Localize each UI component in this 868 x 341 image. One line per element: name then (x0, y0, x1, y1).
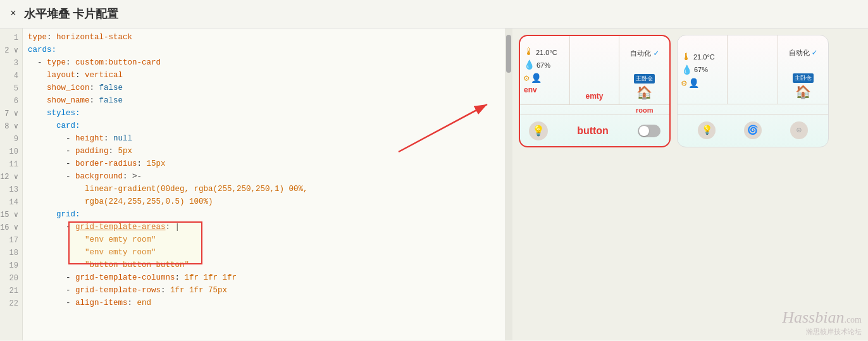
right-fan-icon: 🌀 (744, 121, 762, 139)
preview-row: 🌡 21.0°C 💧 67% ⚙ 👤 env (519, 35, 862, 147)
line-16: - grid-template-areas: | (28, 221, 512, 233)
line-9: - height: null (28, 132, 512, 145)
room-cell: 主卧仓 🏠 (619, 70, 669, 104)
code-editor[interactable]: 1 2 ∨ 3 4 5 6 7 ∨ 8 ∨ 9 10 11 12 ∨ 13 14… (0, 28, 512, 340)
preview-card-left: 🌡 21.0°C 💧 67% ⚙ 👤 env (519, 35, 671, 147)
right-toggle-icon: ⊙ (790, 121, 808, 139)
line-13: linear-gradient(00deg, rgba(255,250,250,… (28, 183, 512, 195)
right-env-humidity: 67% (694, 66, 708, 73)
right-room-top-label: 主卧仓 (793, 73, 814, 83)
line-22: - align-items: end (28, 297, 512, 309)
line-3: - type: custom:button-card (28, 56, 512, 69)
main-content: 1 2 ∨ 3 4 5 6 7 ∨ 8 ∨ 9 10 11 12 ∨ 13 14… (0, 28, 868, 340)
emty-cell: emty (570, 36, 620, 104)
scrollbar[interactable] (505, 28, 512, 340)
watermark-main: Hassbian (782, 308, 844, 327)
watermark: Hassbian .com 瀚思彼岸技术论坛 (782, 308, 862, 337)
header: × 水平堆叠 卡片配置 (0, 0, 868, 28)
line-8: card: (28, 120, 512, 132)
line-6: show_name: false (28, 94, 512, 107)
light-icon-left: 💡 (529, 121, 548, 140)
code-content: type: horizontal-stack cards: - type: cu… (23, 28, 512, 340)
env-humidity: 67% (536, 61, 550, 69)
line-10: - padding: 5px (28, 145, 512, 158)
auto-label: 自动化 (630, 49, 651, 58)
right-env-cell: 🌡 21.0°C 💧 67% ⚙ 👤 (678, 35, 728, 104)
room-top-label: 主卧仓 (634, 74, 655, 84)
line-15: grid: (28, 208, 512, 221)
room-label: room (636, 106, 654, 114)
line-5: show_icon: false (28, 82, 512, 94)
close-button[interactable]: × (10, 8, 16, 20)
toggle-switch[interactable] (638, 125, 660, 137)
line-2: cards: (28, 44, 512, 56)
watermark-sub: 瀚思彼岸技术论坛 (782, 327, 862, 337)
line-21: - grid-template-rows: 1fr 1fr 75px (28, 284, 512, 297)
right-room-cell: 主卧仓 🏠 (778, 70, 828, 104)
env-label: env (524, 85, 537, 94)
right-auto-cell: 自动化 ✓ (778, 35, 828, 70)
button-row: 💡 button (520, 115, 669, 146)
line-20: - grid-template-columns: 1fr 1fr 1fr (28, 271, 512, 284)
line-4: layout: vertical (28, 69, 512, 82)
emty-label: emty (585, 92, 603, 101)
line-12: - background: >- (28, 170, 512, 183)
right-button-row: 💡 🌀 ⊙ (678, 114, 828, 146)
line-19: "button button button" (28, 259, 512, 271)
line-17: "env emty room" (28, 233, 512, 246)
line-11: - border-radius: 15px (28, 158, 512, 170)
preview-card-right: 🌡 21.0°C 💧 67% ⚙ 👤 (677, 35, 829, 147)
line-14: rgba(224,255,255,0.5) 100%) (28, 195, 512, 208)
line-1: type: horizontal-stack (28, 31, 512, 44)
scrollbar-thumb[interactable] (506, 35, 511, 73)
right-light-icon: 💡 (698, 121, 716, 139)
line-numbers: 1 2 ∨ 3 4 5 6 7 ∨ 8 ∨ 9 10 11 12 ∨ 13 14… (0, 28, 23, 340)
line-18: "env emty room" (28, 246, 512, 259)
env-temp: 21.0°C (536, 49, 557, 56)
button-label: button (577, 125, 609, 137)
env-cell: 🌡 21.0°C 💧 67% ⚙ 👤 env (520, 36, 570, 104)
watermark-com: .com (844, 315, 862, 325)
preview-area: 🌡 21.0°C 💧 67% ⚙ 👤 env (512, 28, 868, 340)
line-7: styles: (28, 107, 512, 120)
auto-cell: 自动化 ✓ (619, 36, 669, 70)
page-title: 水平堆叠 卡片配置 (24, 6, 118, 22)
right-env-temp: 21.0°C (693, 53, 715, 61)
right-auto-label: 自动化 (789, 48, 810, 58)
